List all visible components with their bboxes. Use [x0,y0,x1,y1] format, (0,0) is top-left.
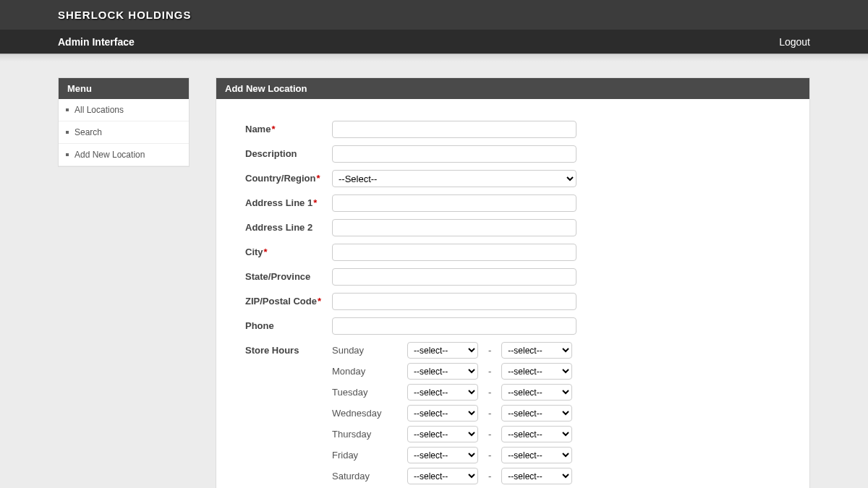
hours-open-sunday[interactable]: --select-- [407,342,478,359]
hours-dash: - [488,450,491,461]
hours-open-saturday[interactable]: --select-- [407,468,478,484]
hours-close-monday[interactable]: --select-- [501,363,572,380]
label-phone: Phone [245,317,332,331]
name-input[interactable] [332,121,576,138]
day-label-thursday: Thursday [332,429,407,440]
hours-open-thursday[interactable]: --select-- [407,426,478,442]
hours-close-thursday[interactable]: --select-- [501,426,572,442]
hours-close-friday[interactable]: --select-- [501,447,572,463]
day-label-wednesday: Wednesday [332,408,407,419]
description-input[interactable] [332,145,576,163]
hours-dash: - [488,387,491,398]
day-label-tuesday: Tuesday [332,387,407,398]
logout-link[interactable]: Logout [779,36,810,48]
hours-row-wednesday: Wednesday--select-----select-- [332,405,780,421]
sidebar-menu: All Locations Search Add New Location [59,99,189,166]
sidebar-header: Menu [59,78,189,99]
label-country: Country/Region* [245,170,332,184]
label-zip: ZIP/Postal Code* [245,293,332,307]
sidebar-item-all-locations[interactable]: All Locations [59,99,189,121]
hours-row-saturday: Saturday--select-----select-- [332,468,780,484]
hours-row-sunday: Sunday--select-----select-- [332,342,780,359]
hours-row-tuesday: Tuesday--select-----select-- [332,384,780,401]
hours-row-thursday: Thursday--select-----select-- [332,426,780,442]
hours-open-friday[interactable]: --select-- [407,447,478,463]
page-header: Add New Location [216,78,809,99]
admin-interface-label: Admin Interface [58,36,135,48]
label-addr2: Address Line 2 [245,219,332,233]
hours-close-wednesday[interactable]: --select-- [501,405,572,421]
sidebar-item-search[interactable]: Search [59,121,189,144]
hours-open-wednesday[interactable]: --select-- [407,405,478,421]
brand-title: SHERLOCK HOLDINGS [58,9,192,21]
sidebar: Menu All Locations Search Add New Locati… [58,77,190,167]
label-name: Name* [245,121,332,134]
label-state: State/Province [245,268,332,282]
label-addr1: Address Line 1* [245,194,332,208]
zip-input[interactable] [332,293,576,310]
addr1-input[interactable] [332,194,576,212]
label-hours: Store Hours [245,342,332,356]
sidebar-item-add-new-location[interactable]: Add New Location [59,144,189,166]
hours-dash: - [488,345,491,356]
hours-dash: - [488,366,491,377]
day-label-saturday: Saturday [332,471,407,481]
hours-close-sunday[interactable]: --select-- [501,342,572,359]
hours-close-saturday[interactable]: --select-- [501,468,572,484]
hours-close-tuesday[interactable]: --select-- [501,384,572,401]
hours-open-tuesday[interactable]: --select-- [407,384,478,401]
main-panel: Add New Location Name* Description Count… [216,77,810,488]
day-label-friday: Friday [332,450,407,461]
label-city: City* [245,244,332,257]
city-input[interactable] [332,244,576,261]
state-input[interactable] [332,268,576,286]
hours-dash: - [488,408,491,419]
country-select[interactable]: --Select-- [332,170,576,187]
hours-dash: - [488,471,491,481]
label-description: Description [245,145,332,159]
hours-open-monday[interactable]: --select-- [407,363,478,380]
hours-row-monday: Monday--select-----select-- [332,363,780,380]
phone-input[interactable] [332,317,576,335]
day-label-sunday: Sunday [332,345,407,356]
hours-row-friday: Friday--select-----select-- [332,447,780,463]
addr2-input[interactable] [332,219,576,236]
hours-dash: - [488,429,491,440]
day-label-monday: Monday [332,366,407,377]
store-hours-block: Sunday--select-----select--Monday--selec… [332,342,780,488]
